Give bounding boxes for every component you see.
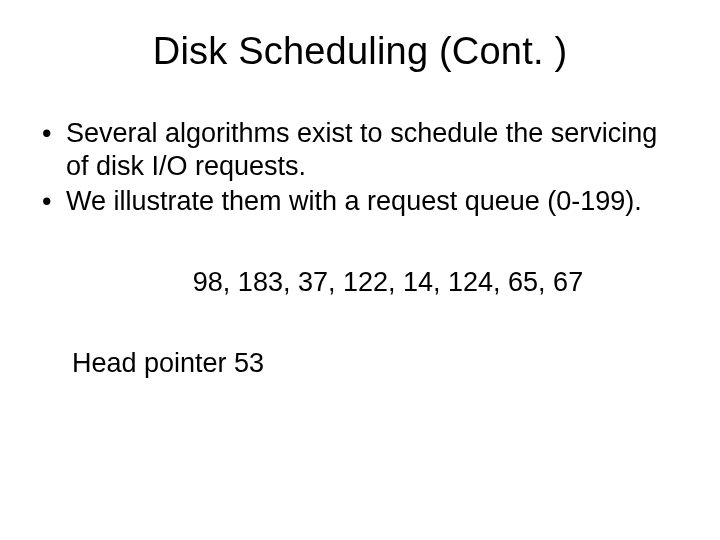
slide-body: Several algorithms exist to schedule the… bbox=[38, 117, 682, 380]
request-queue: 98, 183, 37, 122, 14, 124, 65, 67 bbox=[38, 266, 682, 299]
bullet-list: Several algorithms exist to schedule the… bbox=[38, 117, 682, 218]
slide: Disk Scheduling (Cont. ) Several algorit… bbox=[0, 0, 720, 540]
bullet-item: Several algorithms exist to schedule the… bbox=[38, 117, 682, 183]
slide-title: Disk Scheduling (Cont. ) bbox=[38, 30, 682, 73]
bullet-item: We illustrate them with a request queue … bbox=[38, 185, 682, 218]
head-pointer: Head pointer 53 bbox=[38, 347, 682, 380]
